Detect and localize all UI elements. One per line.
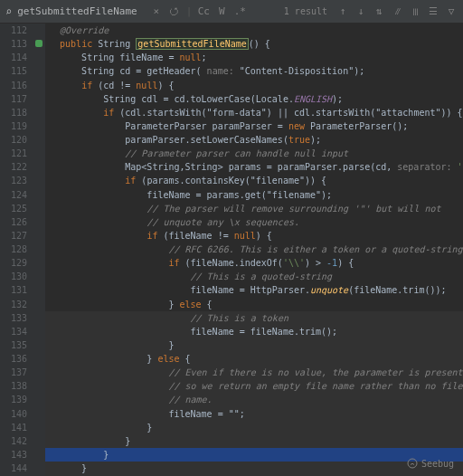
code-line[interactable]: // Even if there is no value, the parame… (45, 366, 463, 379)
down-icon[interactable]: ↓ (354, 5, 367, 17)
close-icon[interactable]: × (150, 5, 163, 17)
code-line[interactable]: } else { (45, 298, 463, 311)
search-input[interactable]: getSubmittedFileName (17, 5, 137, 17)
code-line[interactable]: String cd = getHeader( name: "Content-Di… (45, 64, 463, 78)
up-icon[interactable]: ↑ (336, 5, 349, 17)
code-line[interactable]: fileName = fileName.trim(); (45, 325, 463, 338)
pin-icon[interactable]: ⭯ (168, 5, 181, 17)
code-line[interactable]: // Parameter parser can handle null inpu… (45, 147, 463, 160)
code-line[interactable]: fileName = params.get("filename"); (45, 188, 463, 202)
code-line[interactable]: ParameterParser paramParser = new Parame… (45, 119, 463, 133)
code-line[interactable]: } (45, 462, 463, 475)
code-line[interactable]: } (45, 338, 463, 352)
code-line[interactable]: if (cd != null) { (45, 79, 463, 92)
code-line[interactable]: } (45, 448, 463, 462)
search-icon[interactable]: ⌕ (5, 5, 12, 18)
code-line[interactable]: } else { (45, 352, 463, 366)
code-line[interactable]: // This is a quoted-string (45, 270, 463, 283)
code-line[interactable]: fileName = ""; (45, 407, 463, 421)
code-line[interactable]: // The parser will remove surrounding '"… (45, 202, 463, 215)
code-line[interactable]: String cdl = cd.toLowerCase(Locale.ENGLI… (45, 92, 463, 106)
code-line[interactable]: if (fileName != null) { (45, 229, 463, 243)
seebug-icon (407, 458, 418, 469)
result-count: 1 result (284, 6, 327, 16)
editor: 1121131141151161171181191201211221231241… (0, 24, 463, 476)
code-line[interactable]: } (45, 434, 463, 448)
tool-icon-2[interactable]: ⫼ (409, 5, 421, 17)
code-line[interactable]: @Override (45, 24, 463, 37)
select-all-icon[interactable]: ⇅ (373, 5, 385, 17)
line-gutter: 1121131141151161171181191201211221231241… (0, 24, 33, 476)
gutter-run-icon[interactable] (35, 40, 43, 47)
tool-icon-3[interactable]: ☰ (427, 5, 439, 17)
tool-icon-1[interactable]: ⫽ (391, 5, 403, 17)
code-line[interactable]: // unquote any \x sequences. (45, 215, 463, 229)
word-icon[interactable]: W (215, 5, 228, 17)
code-line[interactable]: // RFC 6266. This is either a token or a… (45, 243, 463, 256)
code-area[interactable]: @Override public String getSubmittedFile… (45, 24, 463, 476)
code-line[interactable]: // so we return an empty file name rathe… (45, 379, 463, 393)
code-line[interactable]: paramParser.setLowerCaseNames(true); (45, 133, 463, 147)
toolbar-divider: | (186, 5, 193, 17)
code-line[interactable]: // This is a token (45, 311, 463, 325)
filter-icon[interactable]: ▽ (445, 5, 458, 17)
branding: Seebug (407, 458, 454, 469)
code-line[interactable]: // name. (45, 393, 463, 406)
marker-stripe (33, 24, 45, 476)
code-line[interactable]: public String getSubmittedFileName() { (45, 37, 463, 51)
code-line[interactable]: Map<String,String> params = paramParser.… (45, 160, 463, 174)
code-line[interactable]: } (45, 421, 463, 434)
regex-icon[interactable]: .* (233, 5, 246, 17)
case-icon[interactable]: Cc (197, 5, 210, 17)
code-line[interactable]: String fileName = null; (45, 51, 463, 64)
code-line[interactable]: if (fileName.indexOf('\\') > -1) { (45, 256, 463, 270)
code-line[interactable]: if (params.containsKey("filename")) { (45, 174, 463, 187)
code-line[interactable]: if (cdl.startsWith("form-data") || cdl.s… (45, 106, 463, 119)
branding-label: Seebug (421, 459, 454, 469)
code-line[interactable]: fileName = HttpParser.unquote(fileName.t… (45, 283, 463, 297)
search-bar: ⌕ getSubmittedFileName × ⭯ | Cc W .* 1 r… (0, 0, 463, 24)
